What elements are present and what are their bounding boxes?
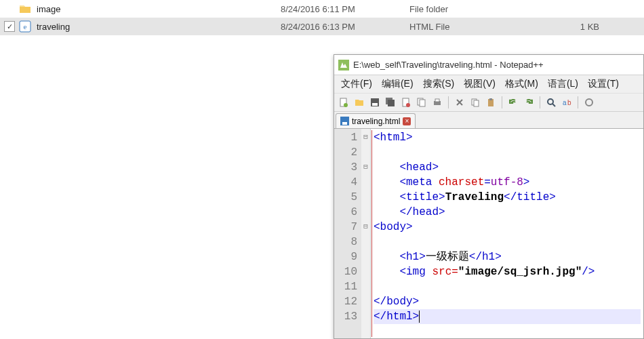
find-icon[interactable] <box>544 96 558 109</box>
tab-close-icon[interactable]: × <box>403 117 411 125</box>
fold-toggle[interactable]: ⊟ <box>361 218 370 233</box>
fold-toggle[interactable] <box>361 293 370 308</box>
svg-rect-18 <box>489 98 492 100</box>
svg-rect-8 <box>388 100 395 106</box>
tab-label: traveling.html <box>352 117 400 126</box>
notepadpp-icon <box>338 60 349 71</box>
replace-icon[interactable]: ab <box>560 96 573 109</box>
code-line[interactable]: </head> <box>374 205 641 220</box>
fold-toggle[interactable] <box>361 144 370 159</box>
html-file-icon: e <box>19 20 31 33</box>
toolbar-separator <box>448 96 449 108</box>
code-line[interactable]: <body> <box>374 220 641 235</box>
paste-icon[interactable] <box>484 96 498 109</box>
checkbox[interactable]: ✓ <box>4 21 15 32</box>
file-name: traveling <box>37 22 281 32</box>
menu-file[interactable]: 文件(F) <box>337 77 376 92</box>
line-number: 8 <box>336 235 357 250</box>
tab-bar: traveling.html × <box>334 112 643 128</box>
fold-toggle[interactable] <box>361 233 370 248</box>
file-type: HTML File <box>409 22 552 32</box>
svg-rect-16 <box>474 100 479 106</box>
fold-column[interactable]: ⊟⊟⊟ <box>361 129 371 338</box>
fold-toggle[interactable] <box>361 188 370 203</box>
cut-icon[interactable] <box>453 96 466 109</box>
svg-rect-14 <box>435 99 439 102</box>
print-icon[interactable] <box>430 96 444 109</box>
svg-text:a: a <box>563 99 567 106</box>
fold-toggle[interactable] <box>361 174 370 188</box>
fold-toggle[interactable] <box>361 308 370 323</box>
fold-toggle[interactable] <box>361 203 370 218</box>
code-line[interactable]: <h1>一级标题</h1> <box>374 250 641 264</box>
svg-text:b: b <box>567 99 571 106</box>
toolbar-separator <box>502 96 502 108</box>
code-line[interactable]: <img src="image/sq_jsrh.jpg"/> <box>374 264 641 279</box>
line-number: 6 <box>336 205 357 220</box>
line-number: 11 <box>336 279 357 294</box>
svg-rect-2 <box>338 60 349 71</box>
line-number: 9 <box>336 250 357 264</box>
undo-icon[interactable] <box>506 96 520 109</box>
code-line[interactable]: <html> <box>374 130 641 145</box>
window-title: E:\web_self\Traveling\traveling.html - N… <box>353 60 544 70</box>
svg-rect-25 <box>342 122 347 125</box>
new-file-icon[interactable] <box>337 96 350 109</box>
file-date: 8/24/2016 6:11 PM <box>281 4 409 14</box>
close-all-icon[interactable] <box>415 96 428 109</box>
toolbar: ab <box>334 93 643 112</box>
code-line[interactable]: <head> <box>374 160 641 175</box>
menu-settings[interactable]: 设置(T) <box>584 77 623 92</box>
tab-traveling[interactable]: traveling.html × <box>336 113 416 128</box>
fold-toggle[interactable] <box>361 263 370 278</box>
svg-point-4 <box>344 103 348 107</box>
menu-edit[interactable]: 编辑(E) <box>378 77 418 92</box>
redo-icon[interactable] <box>522 96 536 109</box>
close-icon[interactable] <box>399 96 413 109</box>
toolbar-separator <box>578 96 578 108</box>
svg-rect-6 <box>372 103 378 106</box>
title-bar[interactable]: E:\web_self\Traveling\traveling.html - N… <box>334 55 643 75</box>
menu-search[interactable]: 搜索(S) <box>419 77 459 92</box>
svg-point-23 <box>586 99 592 106</box>
fold-toggle[interactable] <box>361 278 370 293</box>
code-line[interactable]: <meta charset=utf-8> <box>374 175 641 190</box>
line-number: 2 <box>336 145 357 160</box>
code-line[interactable]: <title>Traveling</title> <box>374 190 641 205</box>
svg-rect-12 <box>420 100 425 106</box>
fold-toggle[interactable]: ⊟ <box>361 159 370 174</box>
line-number: 7 <box>336 220 357 235</box>
code-line[interactable] <box>374 145 641 160</box>
code-line[interactable] <box>374 279 641 294</box>
save-all-icon[interactable] <box>384 96 397 109</box>
code-line[interactable]: </body> <box>374 294 641 309</box>
file-date: 8/24/2016 6:13 PM <box>281 22 409 32</box>
menu-view[interactable]: 视图(V) <box>460 77 500 92</box>
fold-toggle[interactable] <box>361 248 370 263</box>
fold-guide-line <box>371 130 372 337</box>
code-line[interactable]: </html> <box>374 309 641 324</box>
file-row-image[interactable]: image 8/24/2016 6:11 PM File folder <box>0 0 644 18</box>
menu-language[interactable]: 语言(L) <box>544 77 582 92</box>
open-file-icon[interactable] <box>353 96 366 109</box>
line-number: 3 <box>336 160 357 175</box>
code-line[interactable] <box>374 235 641 250</box>
line-number: 1 <box>336 130 357 145</box>
save-icon[interactable] <box>368 96 382 109</box>
fold-toggle[interactable]: ⊟ <box>361 129 370 144</box>
file-size: 1 KB <box>552 22 620 32</box>
svg-point-10 <box>406 103 410 107</box>
line-number: 5 <box>336 190 357 205</box>
code-area[interactable]: <html> <head> <meta charset=utf-8> <titl… <box>371 129 643 338</box>
line-number: 10 <box>336 264 357 279</box>
menu-format[interactable]: 格式(M) <box>501 77 542 92</box>
file-row-traveling[interactable]: ✓ e traveling 8/24/2016 6:13 PM HTML Fil… <box>0 18 644 35</box>
line-number-gutter: 12345678910111213 <box>334 129 361 338</box>
file-explorer: image 8/24/2016 6:11 PM File folder ✓ e … <box>0 0 644 35</box>
svg-line-20 <box>552 104 555 106</box>
notepadpp-window: E:\web_self\Traveling\traveling.html - N… <box>334 54 644 339</box>
file-name: image <box>37 4 281 14</box>
copy-icon[interactable] <box>468 96 482 109</box>
code-editor[interactable]: 12345678910111213 ⊟⊟⊟ <html> <head> <met… <box>334 128 643 338</box>
zoom-icon[interactable] <box>582 96 596 109</box>
